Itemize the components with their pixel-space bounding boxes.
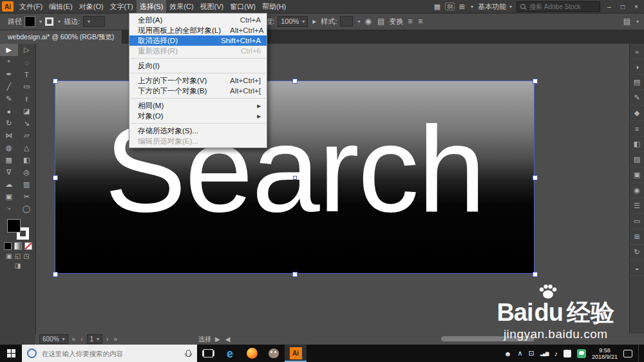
screen-mode-button[interactable]: ◨ xyxy=(15,262,21,269)
blob-brush-tool[interactable]: ● xyxy=(0,105,18,117)
artboard-number-select[interactable]: 1 ▾ xyxy=(87,334,103,344)
stroke-panel-icon[interactable]: ≡ xyxy=(630,121,644,137)
opacity-value[interactable]: 100% ▾ xyxy=(278,16,308,27)
perspective-grid-tool[interactable]: △ xyxy=(18,142,36,154)
draw-behind-button[interactable]: ◱ xyxy=(15,252,21,260)
illustrator-taskbar-button[interactable]: Ai xyxy=(285,345,307,362)
slice-tool[interactable]: ✂ xyxy=(18,191,36,203)
magic-wand-tool[interactable]: * xyxy=(0,56,18,68)
menu-item-inverse[interactable]: 反向(I) xyxy=(129,61,267,71)
minimize-button[interactable]: – xyxy=(605,3,614,10)
chevron-down-icon[interactable]: ▾ xyxy=(357,19,360,24)
ime-icon[interactable] xyxy=(564,350,571,357)
scale-tool[interactable]: ↘ xyxy=(18,117,36,129)
gradient-button[interactable] xyxy=(14,242,22,250)
selection-handle-top-left[interactable] xyxy=(53,79,58,84)
eraser-tool[interactable]: ◪ xyxy=(18,105,36,117)
rotate-tool[interactable]: ↻ xyxy=(0,117,18,129)
close-button[interactable]: × xyxy=(632,3,641,10)
people-icon[interactable]: ☻ xyxy=(504,350,512,357)
menu-item-deselect[interactable]: 取消选择(D) Shift+Ctrl+A xyxy=(129,35,267,46)
menu-item-object[interactable]: 对象(O) ▸ xyxy=(129,111,267,121)
align-panel-icon[interactable]: ⊞ xyxy=(630,229,644,245)
selection-handle-top-right[interactable] xyxy=(533,79,538,84)
opacity-panel-arrow[interactable]: ▸ xyxy=(311,17,317,26)
selection-center-point[interactable] xyxy=(293,176,297,180)
transform-link[interactable]: 变换 xyxy=(389,17,403,26)
none-button[interactable] xyxy=(24,242,32,250)
menu-type[interactable]: 文字(T) xyxy=(107,0,137,13)
pen-tool[interactable]: ✒ xyxy=(0,68,18,81)
layers-panel-icon[interactable]: ☰ xyxy=(630,198,644,214)
width-tool[interactable]: ⋈ xyxy=(0,129,18,142)
graphic-styles-panel-icon[interactable]: ▣ xyxy=(630,167,644,183)
chevron-down-icon[interactable]: ▾ xyxy=(58,19,61,24)
tray-expand-icon[interactable]: ∧ xyxy=(517,349,522,357)
task-view-button[interactable] xyxy=(197,345,219,362)
start-button[interactable] xyxy=(0,345,22,362)
arrange-documents-icon[interactable]: ▦ xyxy=(434,3,440,11)
symbols-panel-icon[interactable]: ◆ xyxy=(630,106,644,121)
gradient-tool[interactable]: ◧ xyxy=(18,154,36,166)
stock-search-input[interactable] xyxy=(528,3,596,11)
menu-item-select-all[interactable]: 全部(A) Ctrl+A xyxy=(129,15,267,25)
menu-item-save-selection[interactable]: 存储所选对象(S)... xyxy=(129,126,267,136)
menu-object[interactable]: 对象(O) xyxy=(76,0,107,13)
taskbar-search[interactable] xyxy=(22,345,197,362)
network-icon[interactable]: ▂▄▆ xyxy=(540,351,549,356)
layout-icon[interactable]: ⊞ xyxy=(459,3,465,11)
color-button[interactable] xyxy=(4,242,12,250)
artboard-tool[interactable]: ▣ xyxy=(0,191,18,203)
selection-handle-mid-left[interactable] xyxy=(53,175,58,180)
pc-status-icon[interactable]: ⊡ xyxy=(529,349,535,357)
taskbar-search-input[interactable] xyxy=(41,349,182,358)
transparency-panel-icon[interactable]: ▨ xyxy=(630,152,644,167)
zoom-tool[interactable]: ◯ xyxy=(18,203,36,215)
status-bar-menu-arrow[interactable]: ▶ xyxy=(214,336,222,343)
symbol-sprayer-tool[interactable]: ☁ xyxy=(0,178,18,191)
chevron-down-icon[interactable]: ▾ xyxy=(636,19,639,24)
document-setup-icon[interactable]: ◉ xyxy=(363,17,372,26)
hand-tool[interactable]: ☞ xyxy=(0,203,18,215)
selection-handle-bottom-left[interactable] xyxy=(53,272,58,277)
selection-handle-bottom-right[interactable] xyxy=(533,272,538,277)
workspace-switcher[interactable]: 基本功能 ▾ xyxy=(478,2,512,12)
chevron-down-icon[interactable]: ▾ xyxy=(39,19,42,24)
fill-color-swatch[interactable] xyxy=(25,17,35,26)
last-artboard-button[interactable]: » xyxy=(112,336,118,343)
prev-artboard-button[interactable]: ‹ xyxy=(79,336,84,343)
messenger-icon[interactable] xyxy=(577,349,586,358)
info-panel-icon[interactable]: ◒ xyxy=(630,260,644,276)
menu-window[interactable]: 窗口(W) xyxy=(227,0,259,13)
firefox-taskbar-button[interactable] xyxy=(241,345,263,362)
zoom-level-select[interactable]: 600% ▾ xyxy=(39,334,68,344)
first-artboard-button[interactable]: « xyxy=(71,336,77,343)
selection-handle-bottom-center[interactable] xyxy=(292,272,298,277)
action-center-icon[interactable] xyxy=(623,350,632,357)
menu-item-all-on-artboard[interactable]: 现用画板上的全部对象(L) Alt+Ctrl+A xyxy=(129,25,267,35)
swatches-panel-icon[interactable]: ▤ xyxy=(630,75,644,90)
lasso-tool[interactable]: ◌ xyxy=(18,56,36,68)
preferences-icon[interactable]: ▤ xyxy=(376,17,386,26)
style-swatch[interactable] xyxy=(340,16,353,26)
stock-search[interactable] xyxy=(516,1,600,12)
type-tool[interactable]: T xyxy=(18,68,36,81)
mesh-tool[interactable]: ▦ xyxy=(0,154,18,166)
appearance-panel-icon[interactable]: ◉ xyxy=(630,183,644,198)
free-transform-tool[interactable]: ▱ xyxy=(18,129,36,142)
edge-taskbar-button[interactable]: e xyxy=(219,345,241,362)
options-menu-icon[interactable]: ≡ xyxy=(417,17,424,26)
menu-help[interactable]: 帮助(H) xyxy=(259,0,289,13)
direct-selection-tool[interactable]: ▷ xyxy=(18,44,36,56)
adobe-stock-icon[interactable]: St xyxy=(445,3,455,10)
menu-edit[interactable]: 编辑(E) xyxy=(46,0,76,13)
menu-item-same[interactable]: 相同(M) ▸ xyxy=(129,100,267,111)
align-menu-icon[interactable]: ≡ xyxy=(406,17,413,26)
menu-item-next-object-below[interactable]: 下方的下一个对象(B) Alt+Ctrl+[ xyxy=(129,86,267,96)
artboards-panel-icon[interactable]: ▭ xyxy=(630,214,644,229)
document-tab[interactable]: webdesign.ai* @ 600% (RGB/预览) xyxy=(0,30,122,44)
paintbrush-tool[interactable]: ✎ xyxy=(0,93,18,105)
gimp-taskbar-button[interactable] xyxy=(263,345,285,362)
collapse-dock-icon[interactable]: « xyxy=(630,44,644,59)
selection-handle-top-center[interactable] xyxy=(292,79,298,84)
